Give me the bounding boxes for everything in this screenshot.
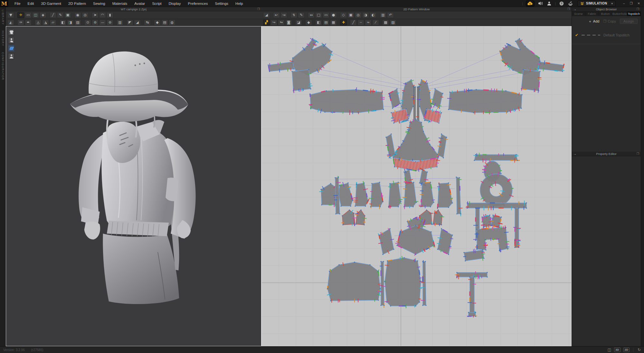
pattern-piece-bodice-front[interactable] bbox=[392, 119, 440, 162]
menu-file[interactable]: File bbox=[11, 0, 24, 7]
edit-pattern-tool[interactable]: ↜ bbox=[273, 12, 280, 18]
pattern-piece-sleeve-left[interactable] bbox=[289, 38, 333, 75]
account-icon[interactable] bbox=[546, 1, 552, 6]
help-icon[interactable]: ? bbox=[559, 1, 564, 6]
tack-tool[interactable]: ◆ bbox=[154, 20, 161, 25]
internal-polygon-tool[interactable]: ◇ bbox=[340, 12, 347, 18]
menu-help[interactable]: Help bbox=[232, 0, 247, 7]
dart-tool[interactable]: ◑ bbox=[362, 12, 369, 18]
polygon-tool[interactable]: ▢ bbox=[315, 12, 322, 18]
sidebar-tab-configurator[interactable]: CONFIGURATOR bbox=[1, 52, 5, 80]
pattern-piece-pocket-a1[interactable] bbox=[341, 209, 356, 226]
transform-pattern-tool[interactable]: ◢ bbox=[263, 12, 270, 18]
menu-avatar[interactable]: Avatar bbox=[131, 0, 148, 7]
sewing-machine-tool[interactable]: ▞ bbox=[263, 20, 270, 25]
pattern-piece-waistband-left[interactable] bbox=[309, 87, 385, 115]
avatar-walk-tool[interactable]: ◭ bbox=[7, 20, 14, 25]
free-sew-tool[interactable]: ◧ bbox=[315, 20, 322, 25]
curve-pen-tool[interactable]: ↭ bbox=[308, 12, 315, 18]
popout-icon[interactable]: ❐ bbox=[637, 7, 639, 11]
internal-circle-tool[interactable]: ◎ bbox=[355, 12, 362, 18]
tab-fabric[interactable]: Fabric bbox=[585, 12, 599, 16]
wrinkle-map-tool[interactable]: ▨ bbox=[74, 20, 81, 25]
collapse-arrow-icon[interactable]: → bbox=[573, 152, 576, 156]
refresh-icon[interactable]: ↻ bbox=[638, 348, 641, 352]
pattern-piece-hatch-right[interactable] bbox=[423, 108, 443, 123]
menu-2d-pattern[interactable]: 2D Pattern bbox=[65, 0, 90, 7]
menu-edit[interactable]: Edit bbox=[24, 0, 38, 7]
fabric-texture-view-toggle[interactable] bbox=[8, 45, 14, 52]
edit-sewing-tool[interactable]: ↪ bbox=[270, 20, 277, 25]
pattern-piece-vest-6[interactable] bbox=[402, 181, 418, 209]
sculpt-tool[interactable]: ▣ bbox=[64, 12, 71, 18]
wrinkle-brush-tool[interactable]: ◨ bbox=[67, 20, 74, 25]
menu-materials[interactable]: Materials bbox=[109, 0, 131, 7]
fitting-room-icon[interactable] bbox=[567, 1, 573, 6]
steam-tool[interactable]: ◍ bbox=[169, 20, 175, 25]
pattern-piece-hat-brim-ring[interactable] bbox=[480, 172, 514, 207]
popout-icon[interactable]: ❐ bbox=[637, 152, 639, 156]
minimize-button[interactable]: – bbox=[623, 2, 625, 5]
arrange-points-tool[interactable]: ◬ bbox=[35, 20, 42, 25]
pattern-piece-skirt-strip-left[interactable] bbox=[379, 261, 386, 308]
tab-scene[interactable]: Scene bbox=[572, 12, 585, 16]
menu-script[interactable]: Script bbox=[148, 0, 165, 7]
tab-topstitch[interactable]: Topstitch bbox=[627, 12, 641, 16]
pattern-piece-sleeve-right[interactable] bbox=[499, 38, 542, 75]
select-move-tool[interactable]: ✛ bbox=[17, 12, 24, 18]
select-lasso-tool[interactable]: ◫ bbox=[32, 12, 39, 18]
popout-icon[interactable]: ❐ bbox=[567, 7, 570, 11]
select-curve-tool[interactable]: ➤ bbox=[92, 12, 99, 18]
rectangle-tool[interactable]: ▭ bbox=[323, 12, 329, 18]
buttonhole-tool[interactable]: ⊚ bbox=[92, 20, 99, 25]
menu-preferences[interactable]: Preferences bbox=[185, 0, 212, 7]
pattern-piece-vest-2[interactable] bbox=[338, 182, 353, 206]
split-view-icon[interactable]: ◫ bbox=[608, 348, 611, 352]
pattern-piece-cuff-strip-right[interactable] bbox=[537, 61, 564, 72]
pattern-piece-strap-end[interactable] bbox=[514, 239, 521, 248]
view-3d-button[interactable]: 3D bbox=[614, 348, 620, 352]
view-2d-button[interactable]: 2D bbox=[623, 348, 630, 352]
pleats-tool[interactable]: ▥ bbox=[380, 12, 386, 18]
attach-loop-tool[interactable]: ⊜ bbox=[107, 20, 113, 25]
topstitch-free-tool[interactable]: ┄ bbox=[357, 20, 364, 25]
seam-taping-tool[interactable]: ▩ bbox=[382, 20, 389, 25]
layer-tool[interactable]: ▤ bbox=[161, 20, 168, 25]
menu-settings[interactable]: Settings bbox=[212, 0, 232, 7]
avatar-circumference-tool[interactable]: ✒ bbox=[25, 20, 32, 25]
segment-sew-tool[interactable]: ◆ bbox=[305, 20, 312, 25]
pattern-piece-side-gusset-left[interactable] bbox=[388, 88, 401, 109]
brush-tool[interactable]: ✎ bbox=[57, 12, 64, 18]
pleat-tool[interactable]: ↹ bbox=[144, 20, 151, 25]
circle-tool[interactable]: ● bbox=[330, 12, 337, 18]
menu-display[interactable]: Display bbox=[165, 0, 185, 7]
attach-button-tool[interactable]: — bbox=[99, 20, 106, 25]
pattern-piece-side-strip-left[interactable] bbox=[385, 133, 397, 159]
sidebar-tab-history[interactable]: HISTORY bbox=[1, 31, 5, 46]
tab-buttonhole[interactable]: Buttonhole bbox=[612, 12, 627, 16]
pattern-piece-hat-brim-band[interactable] bbox=[473, 153, 520, 163]
base-line-tool[interactable]: ◐ bbox=[370, 12, 376, 18]
flatten-tool[interactable]: ▱ bbox=[50, 20, 56, 25]
show-avatar-toggle[interactable] bbox=[8, 37, 14, 43]
gather-tool[interactable]: ↶ bbox=[387, 12, 394, 18]
fold-left-tool[interactable]: ◤ bbox=[127, 20, 133, 25]
topstitch-curve-tool[interactable]: ≈ bbox=[365, 20, 372, 25]
pattern-piece-pocket-b2[interactable] bbox=[432, 209, 444, 226]
select-box-tool[interactable]: ▭ bbox=[25, 12, 32, 18]
show-avatar-front-tool[interactable]: ◉ bbox=[74, 12, 81, 18]
edit-curve-point-tool[interactable]: ↯ bbox=[290, 12, 297, 18]
tab-button[interactable]: Button bbox=[599, 12, 612, 16]
simulation-button[interactable]: SIMULATION ▾ bbox=[577, 1, 616, 6]
pattern-piece-skirt-back[interactable] bbox=[327, 262, 382, 303]
pattern-piece-skirt-strip-right[interactable] bbox=[421, 260, 427, 306]
edit-seam-taping-tool[interactable]: ▨ bbox=[390, 20, 396, 25]
edit-topstitch-tool[interactable]: ⁄ bbox=[372, 20, 379, 25]
pattern-piece-vest-5[interactable] bbox=[388, 181, 402, 209]
internal-rect-tool[interactable]: ▣ bbox=[347, 12, 354, 18]
show-sewing-toggle[interactable]: ✚ bbox=[340, 20, 347, 25]
avatar-tape-tool[interactable]: ✑ bbox=[17, 20, 24, 25]
cloud-sync-icon[interactable]: C bbox=[526, 1, 535, 6]
list-item-default-topstitch[interactable]: ✔ Default Topstitch bbox=[572, 32, 641, 39]
popout-icon[interactable]: ❐ bbox=[257, 7, 260, 11]
